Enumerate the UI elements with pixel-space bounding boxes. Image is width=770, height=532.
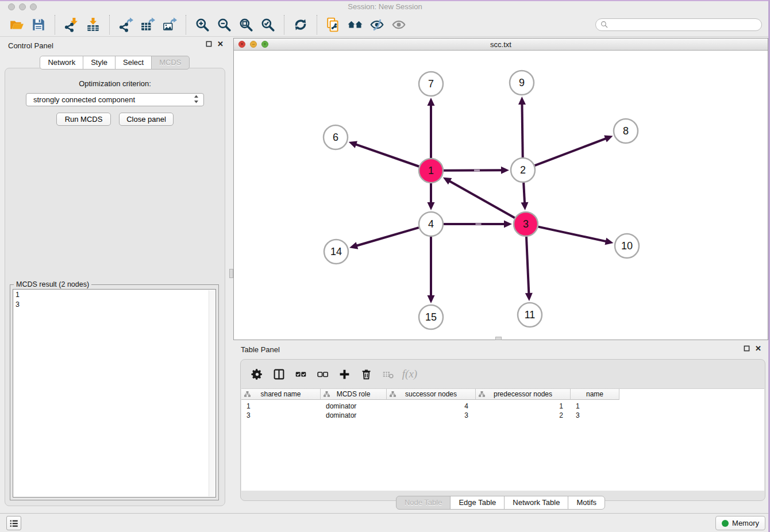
graph-node-label-4: 4 — [428, 218, 434, 230]
list-icon — [9, 518, 19, 529]
tab-network[interactable]: Network — [40, 56, 83, 70]
network-title: scc.txt — [234, 40, 768, 49]
column-header-name[interactable]: name — [571, 389, 619, 400]
network-view-window: ✕ − + scc.txt 1234678910111415 — [233, 38, 768, 340]
network-window-titlebar[interactable]: ✕ − + scc.txt — [234, 38, 768, 51]
edge-arrowhead-icon — [501, 167, 509, 174]
panel-list-button[interactable] — [6, 516, 21, 530]
criterion-select[interactable]: strongly connected component — [26, 93, 204, 106]
refresh-icon[interactable] — [291, 16, 310, 34]
columns-icon[interactable] — [272, 367, 286, 381]
tab-network-table[interactable]: Network Table — [504, 496, 568, 510]
table-row-1[interactable]: 1dominator411 — [241, 402, 764, 411]
window-top-accent — [0, 0, 770, 1]
column-header-MCDS-role[interactable]: MCDS role — [321, 389, 387, 400]
toolbar-separator — [186, 15, 186, 34]
edge-label-tick — [474, 169, 480, 171]
open-session-icon[interactable] — [7, 16, 26, 34]
tab-motifs[interactable]: Motifs — [568, 496, 605, 510]
memory-status-icon — [722, 520, 729, 527]
import-table-icon[interactable] — [84, 16, 102, 34]
toolbar-separator — [55, 15, 55, 34]
import-network-icon[interactable] — [62, 16, 80, 34]
control-panel-tabs: NetworkStyleSelectMCDS — [2, 56, 228, 70]
main-titlebar: Session: New Session — [0, 0, 770, 13]
table-panel: Table Panel ✕ f(x) shared nameMCDS roles… — [233, 342, 768, 513]
graph-edge-1-2[interactable] — [444, 170, 503, 171]
close-table-panel-icon[interactable]: ✕ — [755, 345, 761, 352]
edge-arrowhead-icon — [428, 295, 435, 303]
delete-table-icon — [381, 367, 395, 381]
node-table: shared nameMCDS rolesuccessor nodesprede… — [241, 388, 764, 491]
horizontal-splitter-grip[interactable] — [495, 337, 502, 340]
mcds-result-title: MCDS result (2 nodes) — [14, 280, 91, 288]
export-image-icon[interactable] — [160, 16, 179, 34]
graph-edge-1-6[interactable] — [355, 144, 419, 167]
hide-selected-icon[interactable] — [368, 16, 386, 34]
edge-label-tick — [476, 223, 482, 225]
export-network-icon[interactable] — [117, 16, 135, 34]
gear-icon[interactable] — [250, 367, 264, 381]
column-header-predecessor-nodes[interactable]: predecessor nodes — [476, 389, 571, 400]
close-panel-icon[interactable]: ✕ — [217, 41, 224, 47]
graph-node-label-6: 6 — [333, 132, 338, 143]
edge-arrowhead-icon — [518, 97, 526, 105]
zoom-selected-icon[interactable] — [259, 16, 277, 34]
duplicate-network-icon[interactable] — [324, 16, 342, 34]
tab-style[interactable]: Style — [83, 56, 116, 70]
graph-node-label-11: 11 — [525, 309, 536, 321]
zoom-fit-icon[interactable] — [237, 16, 255, 34]
graph-node-label-14: 14 — [330, 246, 342, 257]
run-mcds-button[interactable]: Run MCDS — [56, 113, 111, 126]
float-table-panel-icon[interactable] — [744, 345, 750, 352]
float-panel-icon[interactable] — [206, 41, 212, 47]
edge-arrowhead-icon — [605, 238, 613, 245]
window-title: Session: New Session — [0, 2, 770, 11]
memory-button[interactable]: Memory — [715, 516, 765, 530]
graph-edge-2-8[interactable] — [535, 138, 607, 165]
main-toolbar — [0, 13, 770, 37]
zoom-in-icon[interactable] — [193, 16, 211, 34]
close-panel-button[interactable]: Close panel — [119, 113, 174, 126]
first-neighbors-icon[interactable] — [346, 16, 364, 34]
mcds-result-text[interactable]: 1 3 — [13, 289, 216, 498]
vertical-splitter-grip[interactable] — [229, 269, 233, 278]
optimization-criterion-label: Optimization criterion: — [5, 79, 225, 88]
table-toolbar: f(x) — [241, 360, 765, 388]
column-header-shared-name[interactable]: shared name — [241, 389, 321, 400]
cell-predecessor-nodes: 2 — [476, 411, 571, 421]
tab-node-table[interactable]: Node Table — [396, 496, 451, 510]
tab-edge-table[interactable]: Edge Table — [450, 496, 505, 510]
show-all-icon[interactable] — [390, 16, 408, 34]
table-row-2[interactable]: 3dominator323 — [241, 411, 764, 421]
graph-edge-4-14[interactable] — [356, 228, 419, 246]
graph-edge-3-1[interactable] — [448, 180, 514, 218]
node-table-container: f(x) shared nameMCDS rolesuccessor nodes… — [240, 359, 765, 501]
cell-name: 3 — [571, 411, 619, 421]
graph-edge-3-10[interactable] — [538, 227, 607, 242]
table-header-row: shared nameMCDS rolesuccessor nodesprede… — [241, 389, 764, 400]
network-canvas[interactable]: 1234678910111415 — [234, 51, 768, 340]
add-row-icon[interactable] — [337, 367, 351, 381]
zoom-out-icon[interactable] — [215, 16, 233, 34]
export-table-icon[interactable] — [138, 16, 157, 34]
edge-arrowhead-icon — [525, 293, 533, 301]
column-header-successor-nodes[interactable]: successor nodes — [387, 389, 476, 400]
graph-node-label-2: 2 — [520, 164, 526, 176]
cell-predecessor-nodes: 1 — [476, 402, 571, 411]
search-box[interactable] — [595, 18, 762, 31]
search-input[interactable] — [611, 21, 757, 29]
save-session-icon[interactable] — [29, 16, 48, 34]
cell-name: 1 — [571, 402, 619, 411]
result-scrollbar[interactable] — [209, 290, 215, 496]
graph-edge-2-3[interactable] — [523, 183, 525, 204]
toolbar-separator — [284, 15, 284, 34]
graph-edge-3-11[interactable] — [526, 237, 529, 295]
delete-row-icon[interactable] — [359, 367, 373, 381]
graph-edge-2-9[interactable] — [522, 103, 522, 157]
cell-successor-nodes: 3 — [387, 411, 476, 421]
select-all-icon[interactable] — [294, 367, 307, 381]
tab-mcds[interactable]: MCDS — [151, 56, 189, 70]
tab-select[interactable]: Select — [115, 56, 152, 70]
deselect-all-icon[interactable] — [315, 367, 329, 381]
